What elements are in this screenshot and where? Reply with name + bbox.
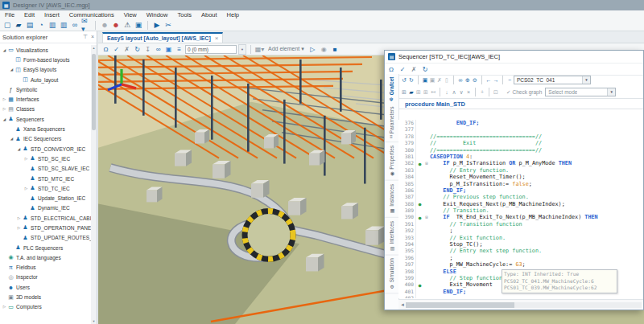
- sequencer-titlebar[interactable]: ▤ Sequencer [STD_TC_IEC][AWS_IEC]: [385, 51, 643, 64]
- snap-icon[interactable]: ▦▾: [255, 44, 264, 54]
- chevron-down-icon[interactable]: ▼: [607, 88, 615, 96]
- tree-item-fieldbus[interactable]: πFieldbus: [0, 263, 91, 273]
- cancel-icon[interactable]: ✗: [410, 64, 418, 74]
- tree-item-3d-models[interactable]: ▣3D models: [0, 292, 91, 301]
- tree-item-std-tc-iec[interactable]: ▷♟STD_TC_IEC: [0, 183, 91, 193]
- menu-about[interactable]: About: [196, 11, 222, 18]
- add-step-icon[interactable]: ⊞: [401, 88, 407, 97]
- pan-icon[interactable]: +: [479, 88, 485, 97]
- code-line-387[interactable]: 387 // Previous step function.: [398, 194, 643, 200]
- collapse-icon[interactable]: ◢: [9, 137, 14, 141]
- menu-help[interactable]: Help: [222, 11, 244, 18]
- code-line-378[interactable]: 378//==============================//: [398, 133, 643, 140]
- tree-item-std-operation-pane-[interactable]: ▷♟STD_OPERATION_PANE...: [0, 223, 91, 232]
- scroll-thumb[interactable]: [406, 302, 514, 308]
- collapse-icon[interactable]: ◢: [2, 117, 7, 121]
- menu-edit[interactable]: Edit: [19, 11, 39, 18]
- expand-icon[interactable]: ▷: [2, 107, 7, 111]
- code-line-386[interactable]: 386 END_IF;: [398, 187, 643, 194]
- tree-item-classes[interactable]: ▷▤Classes: [0, 105, 91, 114]
- close-icon[interactable]: ×: [91, 34, 94, 40]
- collapse-icon[interactable]: ◢: [9, 68, 14, 72]
- lock-icon[interactable]: Ω: [101, 44, 110, 54]
- side-tab-simulation[interactable]: ⚙Simulation: [385, 255, 398, 293]
- code-line-388[interactable]: 388● Exit_Request_Next(p_MB_MachineIndex…: [398, 201, 643, 207]
- breakpoint-icon[interactable]: ●: [416, 283, 423, 288]
- scroll-up-icon[interactable]: ▲: [93, 45, 96, 51]
- undo-icon[interactable]: ↺: [401, 76, 407, 85]
- alarms-icon[interactable]: ⚠: [122, 20, 132, 31]
- breakpoint-icon[interactable]: ●: [416, 162, 423, 166]
- palette-icon[interactable]: ▣: [164, 44, 173, 54]
- code-line-379[interactable]: 379// Exit //: [398, 140, 643, 146]
- refresh-icon[interactable]: ↻: [133, 44, 142, 54]
- code-line-385[interactable]: 385 p_M_IsTransition:= false;: [398, 181, 643, 187]
- pin-icon[interactable]: ⊤: [83, 34, 88, 40]
- side-tab-instances[interactable]: ▦Instances: [385, 181, 398, 218]
- code-line-377[interactable]: 377: [398, 126, 643, 133]
- menu-file[interactable]: File: [0, 11, 19, 18]
- tree-item-iec-sequencers[interactable]: ◢♟IEC Sequencers: [0, 134, 91, 144]
- refresh-icon[interactable]: ↻: [421, 64, 429, 74]
- code-line-380[interactable]: 380//==============================//: [398, 147, 643, 154]
- tab-easys-layout[interactable]: EasyS layout [Auto_layout] [AWS_IEC] ×: [102, 32, 223, 43]
- expand-icon[interactable]: ▷: [23, 187, 29, 191]
- expand-icon[interactable]: ▷: [16, 216, 22, 220]
- code-line-395[interactable]: 395 // Entry next step function.: [398, 248, 643, 254]
- tree-item-inspector[interactable]: ◎Inspector: [0, 273, 91, 282]
- tree-item-easys-layouts[interactable]: ◢◫EasyS layouts: [0, 65, 91, 75]
- tree-item-xana-sequencers[interactable]: ♟Xana Sequencers: [0, 124, 91, 133]
- copy-icon[interactable]: ▣: [422, 76, 428, 85]
- cut-percent-icon[interactable]: ✂: [163, 20, 173, 31]
- collapse-icon[interactable]: ◢: [16, 147, 22, 151]
- code-line-393[interactable]: 393 // Exit function.: [398, 235, 643, 241]
- code-line-389[interactable]: 389 // Transition.: [398, 207, 643, 214]
- code-line-384[interactable]: 384 Reset_Movement_Timer();: [398, 174, 643, 180]
- online-user-icon[interactable]: ☻: [100, 20, 109, 31]
- folder-icon[interactable]: ▰: [408, 88, 415, 97]
- code-horizontal-scrollbar[interactable]: ◄: [398, 299, 643, 310]
- trash-icon[interactable]: ▯: [444, 76, 450, 85]
- forward-icon[interactable]: →: [493, 76, 499, 85]
- code-line-382[interactable]: 382●⊟ IF p_M_IsTransition OR p_M_AnyMode…: [398, 160, 643, 166]
- code-line-397[interactable]: 397 p_MW_MachineCycle:= 63;: [398, 261, 643, 268]
- link-down-icon[interactable]: ↓: [444, 88, 450, 97]
- scroll-down-icon[interactable]: ▼: [93, 318, 96, 324]
- code-line-394[interactable]: 394 Stop_TC();: [398, 241, 643, 248]
- tree-item-std-sc-slave-iec[interactable]: ♟STD_SC_SLAVE_IEC: [0, 164, 91, 174]
- back-icon[interactable]: ←: [485, 76, 492, 85]
- tab-close-icon[interactable]: ×: [215, 35, 219, 42]
- tree-item-sequencers[interactable]: ◢♟Sequencers: [0, 114, 91, 124]
- check-graph-button[interactable]: ✓ Check graph: [506, 89, 542, 96]
- layers-icon[interactable]: ≡: [175, 44, 184, 54]
- code-line-392[interactable]: 392 ;: [398, 228, 643, 234]
- scroll-track[interactable]: [406, 302, 642, 308]
- open-project-icon[interactable]: ▰: [14, 20, 23, 31]
- start-icon[interactable]: ▶: [152, 20, 162, 31]
- tree-item-interfaces[interactable]: ▷▦Interfaces: [0, 94, 91, 104]
- add-task-icon[interactable]: ⊞: [423, 88, 429, 97]
- explorer-scrollbar[interactable]: ▲ ▼: [91, 45, 97, 324]
- cross-link-icon[interactable]: ×: [465, 88, 472, 97]
- side-tab-properties[interactable]: ◉Properties: [385, 142, 398, 181]
- breakpoint-icon[interactable]: ●: [416, 202, 423, 207]
- dimension-field[interactable]: 0 (0 mm): [185, 45, 237, 54]
- table-layout-icon[interactable]: ▥: [59, 20, 68, 31]
- find-icon[interactable]: ∞: [457, 76, 464, 85]
- form-layout-icon[interactable]: ▥: [47, 20, 57, 31]
- or-divergence-icon[interactable]: ∨: [458, 88, 464, 97]
- lock-icon[interactable]: Ω: [387, 64, 395, 74]
- and-divergence-icon[interactable]: ∧: [451, 88, 457, 97]
- expand-icon[interactable]: ▷: [23, 157, 29, 161]
- cancel-icon[interactable]: ✗: [122, 44, 131, 54]
- tree-item-t-a-and-languages[interactable]: ◉T.A. and languages: [0, 252, 91, 262]
- confirm-icon[interactable]: ✓: [112, 44, 121, 54]
- collapse-icon[interactable]: −: [506, 76, 513, 85]
- side-tab-grafcet[interactable]: ψGrafcet: [385, 74, 398, 104]
- offline-user-icon[interactable]: ☻: [111, 20, 121, 31]
- fold-collapse-icon[interactable]: ⊟: [423, 160, 430, 166]
- code-line-390[interactable]: 390●⊟ IF TR_End_Exit_To_Next(p_MB_Machin…: [398, 214, 643, 220]
- menu-communications[interactable]: Communications: [64, 11, 119, 18]
- tree-item-std-electrical-cabi-[interactable]: ▷♟STD_ELECTRICAL_CABI...: [0, 213, 91, 223]
- tree-item-std-conveyor-iec[interactable]: ◢♟STD_CONVEYOR_IEC: [0, 144, 91, 154]
